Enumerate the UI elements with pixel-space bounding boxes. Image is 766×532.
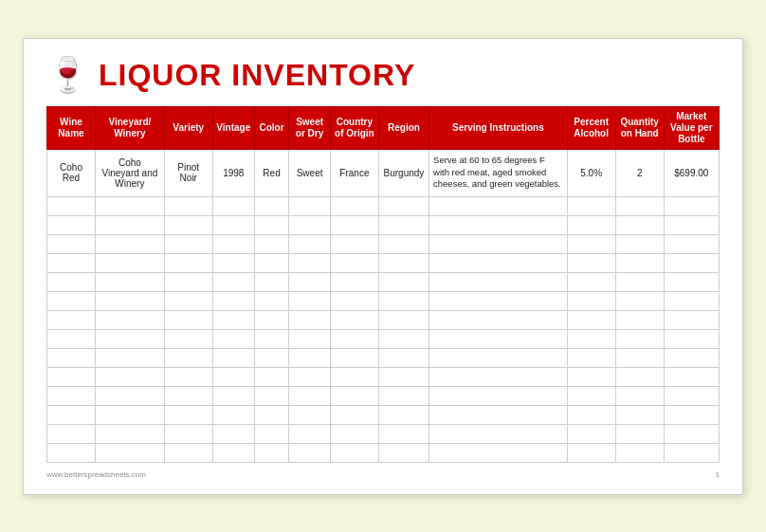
cell-color: Red <box>254 149 288 196</box>
cell-market-value: $699.00 <box>664 149 719 196</box>
table-row <box>47 405 720 424</box>
col-quantity: Quantity on Hand <box>615 106 664 149</box>
col-market-value: Market Value per Bottle <box>664 106 719 149</box>
cell-region: Burgundy <box>378 149 429 196</box>
page-container: 🍷 LIQUOR INVENTORY Wine Name Vineyard/Wi… <box>23 38 743 495</box>
table-row <box>47 348 720 367</box>
col-sweet-dry: Sweet or Dry <box>289 106 331 149</box>
cell-wine-name: Coho Red <box>47 149 96 196</box>
col-vintage: Vintage <box>212 106 254 149</box>
page-title: LIQUOR INVENTORY <box>99 58 415 93</box>
table-row <box>47 329 720 348</box>
table-row <box>47 272 720 291</box>
logo-area: 🍷 <box>46 58 89 92</box>
cell-vineyard: Coho Vineyard and Winery <box>95 149 164 196</box>
cell-country: France <box>330 149 378 196</box>
col-percent: Percent Alcohol <box>567 106 615 149</box>
cell-serving: Serve at 60 to 65 degrees F with red mea… <box>429 149 568 196</box>
wine-icon: 🍷 <box>46 58 89 92</box>
table-row <box>47 234 720 253</box>
table-row <box>47 215 720 234</box>
table-row <box>47 424 720 443</box>
col-vineyard: Vineyard/Winery <box>95 106 164 149</box>
table-row <box>47 443 720 462</box>
footer-right: 1 <box>716 470 720 479</box>
table-row: Coho Red Coho Vineyard and Winery Pinot … <box>47 149 720 196</box>
col-color: Color <box>254 106 288 149</box>
col-wine-name: Wine Name <box>47 106 96 149</box>
col-serving: Serving Instructions <box>429 106 568 149</box>
cell-vintage: 1998 <box>212 149 254 196</box>
table-row <box>47 291 720 310</box>
cell-variety: Pinot Noir <box>164 149 212 196</box>
table-row <box>47 386 720 405</box>
table-row <box>47 196 720 215</box>
inventory-table: Wine Name Vineyard/Winery Variety Vintag… <box>46 106 720 463</box>
table-row <box>47 367 720 386</box>
table-row <box>47 253 720 272</box>
footer-left: www.betterspreadsheets.com <box>46 470 146 479</box>
page-header: 🍷 LIQUOR INVENTORY <box>46 58 720 93</box>
col-country: Country of Origin <box>330 106 378 149</box>
cell-percent: 5.0% <box>567 149 615 196</box>
col-region: Region <box>378 106 429 149</box>
page-footer: www.betterspreadsheets.com 1 <box>46 470 720 479</box>
cell-quantity: 2 <box>615 149 664 196</box>
table-row <box>47 310 720 329</box>
col-variety: Variety <box>164 106 212 149</box>
table-header-row: Wine Name Vineyard/Winery Variety Vintag… <box>47 106 720 149</box>
cell-sweet-dry: Sweet <box>289 149 331 196</box>
